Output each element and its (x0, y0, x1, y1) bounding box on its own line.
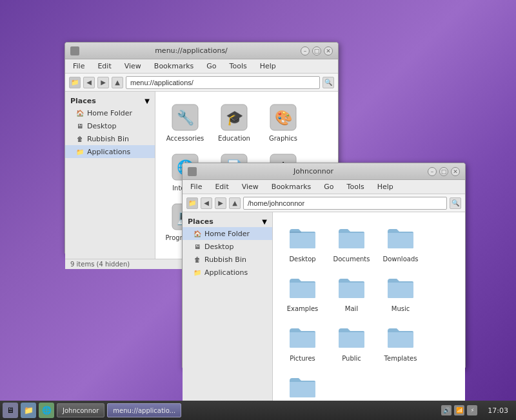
menu-file[interactable]: File (70, 61, 87, 71)
address-input[interactable] (126, 76, 320, 89)
folder-documents[interactable]: Documents (328, 219, 375, 266)
home-menu-tools[interactable]: Tools (344, 182, 367, 192)
home-menu-view[interactable]: View (239, 182, 261, 192)
address-search-icon[interactable]: 🔍 (322, 77, 334, 88)
home-sidebar-home[interactable]: 🏠 Home Folder (183, 227, 272, 240)
folder-public[interactable]: Public (328, 318, 375, 365)
folder-downloads-icon (385, 223, 416, 254)
sidebar-applications[interactable]: 📁 Applications (65, 145, 155, 158)
home-applications-icon: 📁 (193, 268, 202, 277)
folder-examples[interactable]: Examples (279, 268, 326, 315)
places-toggle[interactable]: ▼ (144, 97, 150, 105)
menu-view[interactable]: View (122, 61, 144, 71)
education-label: Education (218, 135, 250, 143)
app-graphics[interactable]: 🎨 Graphics (260, 98, 306, 145)
app-accessories[interactable]: 🔧 Accessories (162, 98, 208, 145)
home-nav-back[interactable]: ◀ (201, 197, 212, 209)
tray-volume-icon[interactable]: 🔊 (441, 405, 452, 415)
folder-pictures-label: Pictures (290, 355, 315, 363)
home-places-header: Places ▼ (183, 215, 272, 227)
folder-desktop[interactable]: Desktop (279, 219, 326, 266)
taskbar-file-manager[interactable]: 📁 (21, 403, 36, 418)
taskbar-applications-btn[interactable]: menu://applicatio... (107, 403, 181, 417)
folder-mail-icon (336, 272, 367, 303)
places-header: Places ▼ (65, 94, 155, 106)
home-nav-folder[interactable]: 📁 (186, 197, 198, 209)
home-window[interactable]: Johnconnor – □ ✕ File Edit View Bookmark… (182, 163, 466, 369)
sidebar-desktop-label: Desktop (87, 122, 116, 130)
education-icon: 🎓 (219, 102, 250, 133)
home-desktop-icon: 🖥 (193, 242, 202, 251)
applications-titlebar: menu://applications/ – □ ✕ (65, 43, 338, 59)
nav-up[interactable]: ▲ (112, 77, 123, 88)
taskbar-johnconnor-btn[interactable]: Johnconnor (57, 403, 104, 417)
desktop-icon: 🖥 (75, 121, 84, 130)
home-sidebar-desktop[interactable]: 🖥 Desktop (183, 240, 272, 253)
home-menu-help[interactable]: Help (375, 182, 396, 192)
close-button[interactable]: ✕ (324, 46, 333, 55)
menu-help[interactable]: Help (257, 61, 279, 71)
home-menu-go[interactable]: Go (321, 182, 336, 192)
accessories-label: Accessories (166, 135, 204, 143)
maximize-button[interactable]: □ (312, 46, 321, 55)
folder-examples-label: Examples (287, 305, 319, 313)
home-sidebar-home-label: Home Folder (204, 230, 250, 238)
nav-folder-icon[interactable]: 📁 (69, 77, 81, 88)
folder-templates[interactable]: Templates (377, 318, 424, 365)
home-sidebar: Places ▼ 🏠 Home Folder 🖥 Desktop 🗑 Rubbi… (183, 212, 273, 420)
folder-public-label: Public (342, 355, 361, 363)
home-menu-file[interactable]: File (188, 182, 204, 192)
menu-bookmarks[interactable]: Bookmarks (152, 61, 196, 71)
tray-network-icon[interactable]: 📶 (454, 405, 464, 415)
taskbar: 🖥 📁 🌐 Johnconnor menu://applicatio... 🔊 … (0, 401, 516, 420)
home-window-title: Johnconnor (199, 167, 428, 175)
nav-back[interactable]: ◀ (83, 77, 95, 88)
applications-window-title: menu://applications/ (82, 46, 301, 55)
taskbar-show-desktop[interactable]: 🖥 (3, 403, 18, 418)
taskbar-clock: 17:03 (482, 406, 513, 415)
home-maximize-button[interactable]: □ (439, 167, 448, 176)
home-file-area: Desktop Documents Downlo (273, 212, 465, 420)
sidebar-rubbish[interactable]: 🗑 Rubbish Bin (65, 132, 155, 145)
sidebar-home[interactable]: 🏠 Home Folder (65, 106, 155, 119)
home-menu-bookmarks[interactable]: Bookmarks (269, 182, 313, 192)
accessories-icon: 🔧 (170, 102, 201, 133)
menu-go[interactable]: Go (204, 61, 219, 71)
window-app-icon (70, 46, 79, 55)
folder-mail[interactable]: Mail (328, 268, 375, 315)
home-places-toggle[interactable]: ▼ (262, 218, 267, 225)
tray-power-icon[interactable]: ⚡ (467, 405, 477, 415)
applications-sidebar: Places ▼ 🏠 Home Folder 🖥 Desktop 🗑 Rubbi… (65, 92, 155, 259)
menu-tools[interactable]: Tools (227, 61, 250, 71)
sidebar-desktop[interactable]: 🖥 Desktop (65, 119, 155, 132)
home-home-icon: 🏠 (193, 229, 202, 238)
app-education[interactable]: 🎓 Education (211, 98, 257, 145)
home-menu-edit[interactable]: Edit (212, 182, 231, 192)
home-address-input[interactable] (243, 197, 447, 210)
home-places-title: Places (188, 217, 213, 226)
folder-pictures[interactable]: Pictures (279, 318, 326, 365)
home-menubar: File Edit View Bookmarks Go Tools Help (183, 180, 465, 194)
folder-pictures-icon (287, 322, 318, 353)
home-window-app-icon (188, 167, 197, 176)
folder-downloads[interactable]: Downloads (377, 219, 424, 266)
home-address-search-icon[interactable]: 🔍 (450, 197, 461, 209)
home-sidebar-applications[interactable]: 📁 Applications (183, 266, 272, 279)
home-nav-forward[interactable]: ▶ (215, 197, 226, 209)
folder-music[interactable]: Music (377, 268, 424, 315)
folder-mail-label: Mail (345, 305, 358, 313)
home-nav-up[interactable]: ▲ (229, 197, 241, 209)
folder-documents-icon (336, 223, 367, 254)
home-minimize-button[interactable]: – (428, 167, 437, 176)
home-close-button[interactable]: ✕ (451, 167, 460, 176)
sidebar-home-label: Home Folder (87, 109, 132, 117)
folder-public-icon (336, 322, 367, 353)
home-addressbar: 📁 ◀ ▶ ▲ 🔍 (183, 194, 465, 212)
taskbar-browser[interactable]: 🌐 (39, 403, 54, 418)
minimize-button[interactable]: – (301, 46, 310, 55)
window-controls: – □ ✕ (301, 46, 333, 55)
taskbar-applications-label: menu://applicatio... (113, 407, 175, 414)
menu-edit[interactable]: Edit (95, 61, 114, 71)
home-sidebar-rubbish[interactable]: 🗑 Rubbish Bin (183, 253, 272, 266)
nav-forward[interactable]: ▶ (97, 77, 109, 88)
